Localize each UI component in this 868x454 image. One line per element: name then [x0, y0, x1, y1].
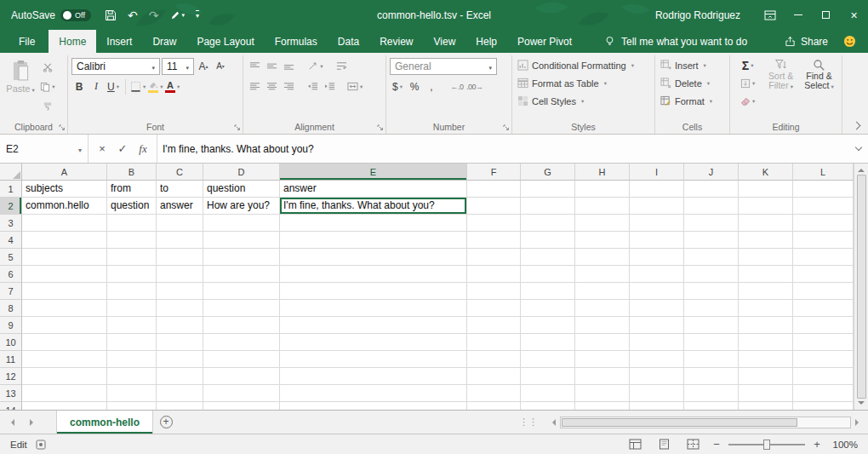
cell-I3[interactable]: [630, 215, 684, 232]
cell-D8[interactable]: [203, 300, 280, 317]
customize-quick-access-icon[interactable]: ▾: [196, 10, 199, 20]
cell-K4[interactable]: [739, 232, 793, 249]
cell-G12[interactable]: [521, 368, 575, 385]
autosave-toggle[interactable]: AutoSave Off: [11, 9, 91, 21]
tab-view[interactable]: View: [424, 30, 466, 53]
zoom-out-icon[interactable]: −: [711, 438, 722, 451]
cell-J3[interactable]: [684, 215, 739, 232]
format-as-table-button[interactable]: Format as Table: [516, 74, 651, 92]
name-box-dropdown-icon[interactable]: [78, 143, 82, 155]
cell-I4[interactable]: [630, 232, 684, 249]
row-header-11[interactable]: 11: [0, 351, 22, 368]
cell-F11[interactable]: [467, 351, 521, 368]
cell-G5[interactable]: [521, 249, 575, 266]
cell-H1[interactable]: [575, 181, 630, 198]
row-header-5[interactable]: 5: [0, 249, 22, 266]
bottom-align-icon[interactable]: [281, 58, 296, 75]
format-cells-button[interactable]: Format: [659, 92, 726, 110]
cell-C10[interactable]: [157, 334, 203, 351]
collapse-ribbon-icon[interactable]: [853, 122, 861, 130]
cell-J1[interactable]: [684, 181, 739, 198]
share-button[interactable]: Share: [785, 30, 828, 53]
cell-B2[interactable]: question: [107, 198, 157, 215]
row-header-6[interactable]: 6: [0, 266, 22, 283]
maximize-button[interactable]: [812, 0, 840, 30]
cell-E3[interactable]: [280, 215, 467, 232]
cell-B9[interactable]: [107, 317, 157, 334]
cell-F10[interactable]: [467, 334, 521, 351]
cell-K8[interactable]: [739, 300, 793, 317]
cell-D9[interactable]: [203, 317, 280, 334]
cell-H10[interactable]: [575, 334, 630, 351]
cell-L2[interactable]: [793, 198, 854, 215]
cell-A9[interactable]: [22, 317, 107, 334]
ribbon-display-options-icon[interactable]: [756, 0, 784, 30]
cell-K14[interactable]: [739, 402, 793, 410]
cell-A7[interactable]: [22, 283, 107, 300]
cell-B1[interactable]: from: [107, 181, 157, 198]
cell-G7[interactable]: [521, 283, 575, 300]
cell-H3[interactable]: [575, 215, 630, 232]
cell-J2[interactable]: [684, 198, 739, 215]
cell-F3[interactable]: [467, 215, 521, 232]
cell-G6[interactable]: [521, 266, 575, 283]
cell-G1[interactable]: [521, 181, 575, 198]
cell-D10[interactable]: [203, 334, 280, 351]
cell-E13[interactable]: [280, 385, 467, 402]
cell-C7[interactable]: [157, 283, 203, 300]
cell-C13[interactable]: [157, 385, 203, 402]
cell-B10[interactable]: [107, 334, 157, 351]
cell-D13[interactable]: [203, 385, 280, 402]
cell-D14[interactable]: [203, 402, 280, 410]
column-header-I[interactable]: I: [630, 164, 684, 181]
tab-page-layout[interactable]: Page Layout: [186, 30, 264, 53]
cell-G3[interactable]: [521, 215, 575, 232]
page-layout-view-icon[interactable]: [654, 436, 674, 453]
column-header-A[interactable]: A: [22, 164, 107, 181]
row-header-10[interactable]: 10: [0, 334, 22, 351]
number-format-combo[interactable]: General: [390, 58, 497, 75]
cell-L11[interactable]: [793, 351, 854, 368]
cell-H13[interactable]: [575, 385, 630, 402]
cell-D11[interactable]: [203, 351, 280, 368]
cell-J11[interactable]: [684, 351, 739, 368]
cell-C1[interactable]: to: [157, 181, 203, 198]
cell-I8[interactable]: [630, 300, 684, 317]
delete-cells-button[interactable]: Delete: [659, 74, 726, 92]
middle-align-icon[interactable]: [264, 58, 279, 75]
cell-L5[interactable]: [793, 249, 854, 266]
cell-C2[interactable]: answer: [157, 198, 203, 215]
align-right-icon[interactable]: [281, 78, 296, 95]
clipboard-dialog-launcher-icon[interactable]: [59, 124, 66, 131]
cell-F8[interactable]: [467, 300, 521, 317]
cell-G8[interactable]: [521, 300, 575, 317]
row-header-9[interactable]: 9: [0, 317, 22, 334]
cell-F2[interactable]: [467, 198, 521, 215]
percent-format-icon[interactable]: %: [407, 78, 422, 95]
cell-styles-button[interactable]: Cell Styles: [516, 92, 651, 110]
wrap-text-icon[interactable]: [334, 58, 349, 75]
cell-L12[interactable]: [793, 368, 854, 385]
cell-E2[interactable]: I'm fine, thanks. What about you?: [280, 198, 467, 215]
cell-C5[interactable]: [157, 249, 203, 266]
cell-I9[interactable]: [630, 317, 684, 334]
cell-H8[interactable]: [575, 300, 630, 317]
tab-scrollbar-splitter[interactable]: ⋮⋮: [514, 411, 543, 434]
column-header-G[interactable]: G: [521, 164, 575, 181]
cell-F12[interactable]: [467, 368, 521, 385]
user-name[interactable]: Rodrigo Rodriguez: [655, 9, 740, 21]
tab-insert[interactable]: Insert: [96, 30, 142, 53]
cell-L9[interactable]: [793, 317, 854, 334]
tab-power-pivot[interactable]: Power Pivot: [507, 30, 582, 53]
tab-review[interactable]: Review: [369, 30, 423, 53]
zoom-slider[interactable]: [728, 444, 805, 445]
cell-I10[interactable]: [630, 334, 684, 351]
increase-indent-icon[interactable]: [322, 78, 337, 95]
cell-L8[interactable]: [793, 300, 854, 317]
cell-A12[interactable]: [22, 368, 107, 385]
cell-A5[interactable]: [22, 249, 107, 266]
new-sheet-button[interactable]: +: [153, 411, 179, 434]
paste-button[interactable]: Paste: [3, 56, 37, 115]
comma-format-icon[interactable]: ,: [424, 78, 439, 95]
minimize-button[interactable]: [784, 0, 812, 30]
